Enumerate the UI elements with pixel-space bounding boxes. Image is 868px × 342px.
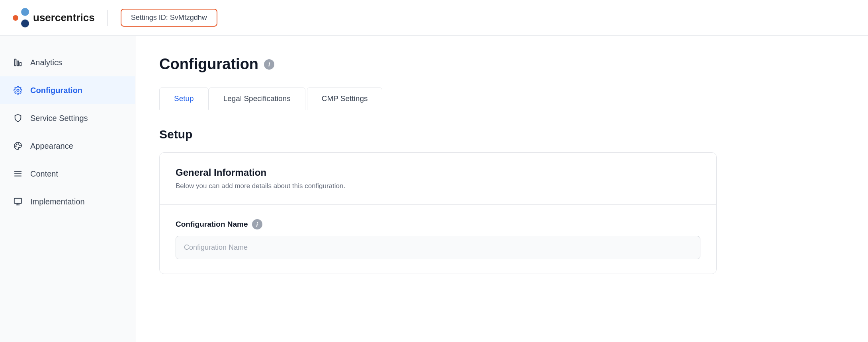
- logo-icon: [13, 8, 29, 27]
- monitor-icon: [13, 196, 23, 207]
- sidebar: Analytics Configuration Service Settings: [0, 36, 135, 342]
- sidebar-item-label: Configuration: [30, 86, 82, 95]
- list-icon: [13, 169, 23, 179]
- svg-point-5: [20, 145, 20, 146]
- shield-icon: [13, 113, 23, 123]
- svg-point-4: [18, 144, 19, 144]
- section-title: Setup: [159, 128, 844, 141]
- general-info-title: General Information: [176, 167, 700, 178]
- sidebar-item-label: Analytics: [30, 58, 62, 67]
- sidebar-item-implementation[interactable]: Implementation: [0, 188, 135, 216]
- gear-icon: [13, 85, 23, 95]
- logo: usercentrics: [13, 8, 95, 27]
- palette-icon: [13, 141, 23, 151]
- sidebar-item-label: Appearance: [30, 142, 73, 151]
- header: usercentrics Settings ID: SvMfzgdhw: [0, 0, 868, 36]
- svg-rect-11: [14, 198, 22, 204]
- page-header: Configuration i: [159, 56, 844, 73]
- svg-point-6: [16, 144, 17, 145]
- sidebar-item-appearance[interactable]: Appearance: [0, 132, 135, 160]
- tab-legal-specifications[interactable]: Legal Specifications: [209, 87, 305, 110]
- main-layout: Analytics Configuration Service Settings: [0, 36, 868, 342]
- logo-dot-orange: [13, 15, 18, 21]
- tabs: Setup Legal Specifications CMP Settings: [159, 87, 844, 110]
- config-name-section: Configuration Name i: [160, 205, 716, 274]
- config-name-info-icon[interactable]: i: [252, 219, 262, 229]
- sidebar-item-analytics[interactable]: Analytics: [0, 49, 135, 76]
- page-info-icon[interactable]: i: [264, 59, 274, 70]
- general-info-desc: Below you can add more details about thi…: [176, 182, 700, 190]
- sidebar-item-label: Content: [30, 169, 58, 179]
- tab-setup[interactable]: Setup: [159, 87, 209, 110]
- general-info-section: General Information Below you can add mo…: [160, 153, 716, 205]
- tab-cmp-settings[interactable]: CMP Settings: [307, 87, 383, 110]
- header-divider: [108, 10, 108, 26]
- sidebar-item-content[interactable]: Content: [0, 160, 135, 188]
- bar-chart-icon: [13, 57, 23, 68]
- logo-dot-blue-dark: [21, 19, 29, 27]
- settings-id-badge: Settings ID: SvMfzgdhw: [121, 9, 217, 27]
- config-name-input[interactable]: [176, 236, 700, 259]
- svg-rect-2: [20, 62, 22, 66]
- page-title: Configuration: [159, 56, 258, 73]
- svg-point-3: [17, 89, 19, 91]
- svg-rect-1: [17, 61, 19, 66]
- config-name-label: Configuration Name i: [176, 219, 700, 229]
- logo-dot-blue-light: [21, 8, 29, 16]
- svg-point-7: [16, 146, 16, 147]
- svg-rect-0: [15, 59, 16, 66]
- logo-text: usercentrics: [33, 12, 95, 24]
- sidebar-item-label: Implementation: [30, 197, 85, 206]
- configuration-card: General Information Below you can add mo…: [159, 152, 717, 274]
- main-content: Configuration i Setup Legal Specificatio…: [135, 36, 868, 342]
- sidebar-item-service-settings[interactable]: Service Settings: [0, 104, 135, 132]
- sidebar-item-label: Service Settings: [30, 114, 88, 123]
- sidebar-item-configuration[interactable]: Configuration: [0, 76, 135, 104]
